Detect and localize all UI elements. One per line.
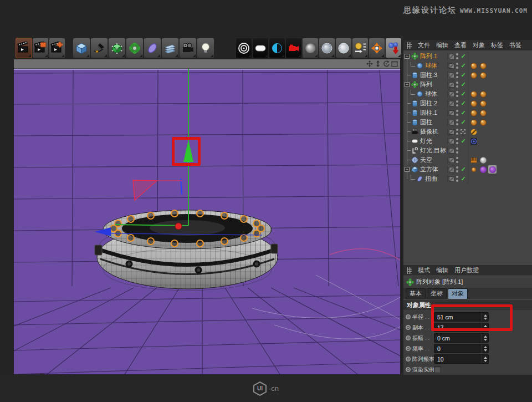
- visibility-dots[interactable]: [456, 82, 458, 88]
- layer-toggle[interactable]: [449, 148, 454, 154]
- tree-row-cube[interactable]: −立方体 ✓: [403, 165, 532, 174]
- visibility-dots[interactable]: [456, 147, 458, 154]
- visibility-dots[interactable]: [456, 119, 458, 126]
- enabled-check[interactable]: ✓: [460, 53, 467, 60]
- tree-row-bend[interactable]: 扭曲 ✓: [403, 174, 532, 184]
- protection-tag[interactable]: [469, 128, 478, 136]
- tree-row-array[interactable]: −阵列 ✓: [403, 80, 532, 89]
- visibility-dots[interactable]: [456, 72, 458, 79]
- visibility-dots[interactable]: [456, 53, 458, 60]
- keyframe-dot-icon[interactable]: [406, 367, 411, 372]
- visibility-dots[interactable]: [456, 176, 458, 182]
- am-menu-edit[interactable]: 编辑: [436, 266, 448, 274]
- layer-toggle[interactable]: [449, 110, 454, 116]
- expander-icon[interactable]: −: [405, 54, 410, 59]
- enabled-check[interactable]: ✓: [460, 81, 467, 88]
- stepper-icon[interactable]: [482, 334, 488, 342]
- material-white-tag[interactable]: [479, 156, 487, 164]
- camera-focus-icon[interactable]: [460, 129, 466, 135]
- pan-icon[interactable]: [366, 60, 373, 67]
- phong-tag[interactable]: [469, 71, 478, 79]
- visibility-dots[interactable]: [456, 91, 458, 98]
- add-cube-button[interactable]: [73, 38, 90, 58]
- tree-row-light-target[interactable]: 灯光.目标.1: [403, 146, 532, 155]
- om-menu-tags[interactable]: 标签: [491, 41, 503, 49]
- keyframe-dot-icon[interactable]: [406, 335, 411, 340]
- enabled-check[interactable]: ✓: [460, 90, 467, 98]
- red-center-dot[interactable]: [175, 223, 182, 230]
- area-light-button[interactable]: [252, 38, 269, 58]
- om-menu-object[interactable]: 对象: [473, 41, 485, 49]
- viewport-canvas[interactable]: [14, 69, 400, 374]
- enabled-check[interactable]: ✓: [460, 109, 467, 116]
- transparent-material-button[interactable]: [335, 38, 352, 58]
- layer-toggle[interactable]: [449, 167, 454, 172]
- phong-tag[interactable]: [479, 99, 487, 108]
- material-purple-selected-tag[interactable]: [488, 165, 497, 174]
- om-menu-file[interactable]: 文件: [418, 41, 430, 49]
- enabled-check[interactable]: ✓: [460, 175, 467, 182]
- render-instances-checkbox[interactable]: [434, 366, 441, 373]
- tree-row-array1[interactable]: −阵列.1 ✓: [403, 52, 532, 61]
- phong-small-tag[interactable]: [469, 165, 478, 174]
- make-editable-button[interactable]: [108, 38, 126, 58]
- tree-row-sky[interactable]: 天空: [403, 155, 532, 165]
- enabled-check[interactable]: ✓: [460, 72, 467, 79]
- amplitude-field[interactable]: 0 cm: [434, 333, 489, 343]
- menubar-grip-icon[interactable]: [407, 267, 412, 274]
- phong-tag[interactable]: [479, 71, 487, 79]
- zoom-icon[interactable]: [375, 60, 381, 67]
- phong-tag[interactable]: [479, 62, 487, 70]
- glass-material-button[interactable]: [319, 38, 335, 58]
- tree-row-cylinder[interactable]: 圆柱 ✓: [403, 118, 532, 127]
- tree-row-cylinder2[interactable]: 圆柱.2 ✓: [403, 99, 532, 108]
- keyframe-dot-icon[interactable]: [406, 325, 411, 330]
- layer-toggle[interactable]: [449, 101, 454, 106]
- layer-toggle[interactable]: [449, 73, 454, 78]
- tree-row-sphere2[interactable]: 球体 ✓: [403, 89, 532, 99]
- frequency-field[interactable]: 0: [434, 344, 489, 353]
- layer-toggle[interactable]: [449, 54, 454, 59]
- tree-row-camera[interactable]: 摄像机: [403, 127, 532, 136]
- contrast-button[interactable]: [269, 38, 285, 58]
- spline-pen-button[interactable]: [90, 38, 108, 58]
- camera-button[interactable]: [179, 38, 197, 58]
- phong-tag[interactable]: [469, 90, 478, 98]
- am-menu-userdata[interactable]: 用户数据: [454, 266, 479, 274]
- visibility-dots[interactable]: [456, 110, 458, 116]
- phong-tag[interactable]: [469, 109, 478, 117]
- radius-field[interactable]: 51 cm: [434, 312, 489, 322]
- menubar-grip-icon[interactable]: [407, 42, 412, 49]
- tree-row-cylinder3[interactable]: 圆柱.3 ✓: [403, 70, 532, 80]
- om-menu-edit[interactable]: 编辑: [436, 41, 448, 49]
- tab-object[interactable]: 对象: [448, 288, 468, 299]
- stepper-icon[interactable]: [482, 323, 488, 332]
- material-purple-tag[interactable]: [479, 165, 487, 174]
- expander-icon[interactable]: −: [405, 82, 410, 87]
- phong-tag[interactable]: [469, 118, 478, 126]
- layer-toggle[interactable]: [449, 120, 454, 125]
- enabled-check[interactable]: ✓: [460, 119, 467, 126]
- keyframe-dot-icon[interactable]: [406, 314, 411, 319]
- render-view-button[interactable]: [16, 38, 32, 58]
- visibility-dots[interactable]: [456, 138, 458, 145]
- layer-toggle[interactable]: [449, 91, 454, 97]
- move-selected-button[interactable]: [385, 38, 402, 58]
- axis-center-button[interactable]: [369, 38, 385, 58]
- ufo-model[interactable]: [95, 210, 278, 291]
- layer-toggle[interactable]: [449, 176, 454, 182]
- stepper-icon[interactable]: [482, 355, 488, 363]
- keyframe-dot-icon[interactable]: [406, 357, 411, 362]
- render-settings-button[interactable]: [49, 38, 65, 58]
- visibility-dots[interactable]: [456, 129, 458, 135]
- floor-button[interactable]: [161, 38, 179, 58]
- visibility-dots[interactable]: [456, 166, 458, 173]
- am-menu-mode[interactable]: 模式: [418, 266, 430, 274]
- enabled-check[interactable]: ✓: [460, 62, 467, 69]
- maximize-icon[interactable]: [391, 60, 398, 67]
- keyframe-dot-icon[interactable]: [406, 346, 411, 351]
- layer-toggle[interactable]: [449, 139, 454, 144]
- render-camera-button[interactable]: [285, 38, 302, 58]
- deformer-button[interactable]: [144, 38, 161, 58]
- visibility-dots[interactable]: [456, 157, 458, 164]
